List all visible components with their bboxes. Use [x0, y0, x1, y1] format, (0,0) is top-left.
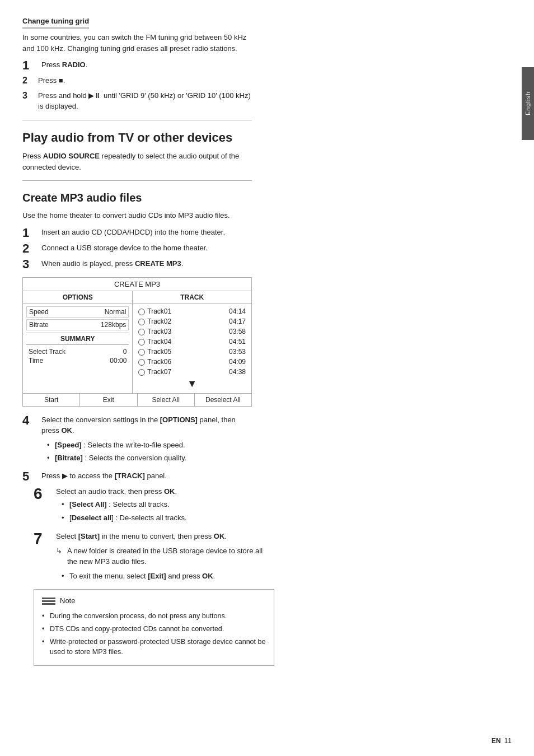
- summary-value: 00:00: [110, 357, 127, 365]
- step-number: 4: [22, 414, 38, 427]
- option-row-speed: Speed Normal: [26, 306, 129, 318]
- summary-label: Time: [29, 357, 43, 365]
- footer-deselect-all[interactable]: Deselect All: [195, 394, 251, 406]
- step-number: 6: [34, 486, 51, 502]
- option-value: 128kbps: [101, 321, 126, 329]
- track-radio-icon: Track05: [138, 348, 171, 356]
- step-number: 5: [22, 470, 38, 483]
- summary-row-time: Time 00:00: [26, 356, 129, 365]
- step-number: 1: [22, 227, 38, 239]
- step6-text: Select an audio track, then press OK. [S…: [56, 486, 274, 526]
- section3-body: Use the home theater to convert audio CD…: [22, 210, 252, 221]
- section2-title: Play audio from TV or other devices: [22, 130, 252, 145]
- track-time: 04:09: [229, 358, 246, 366]
- step-item: 1 Press RADIO.: [22, 59, 252, 72]
- track-time: 04:17: [229, 318, 246, 325]
- step-number: 2: [22, 242, 38, 255]
- divider: [22, 180, 252, 181]
- step-item: 2 Press ■.: [22, 75, 252, 87]
- step-number: 1: [22, 59, 38, 72]
- track-row: Track05 03:53: [136, 347, 248, 357]
- step-item: 3 Press and hold ▶⏸ until 'GRID 9' (50 k…: [22, 90, 252, 112]
- track-header: TRACK: [133, 291, 252, 304]
- step7-text: Select [Start] in the menu to convert, t…: [56, 531, 274, 584]
- section1-steps: 1 Press RADIO. 2 Press ■. 3 Press and ho…: [22, 59, 252, 112]
- bullet-exit: To exit the menu, select [Exit] and pres…: [62, 571, 274, 582]
- track-panel: Track01 04:14 Track02 04:17 Track03 03:5…: [133, 304, 252, 393]
- note-label: Note: [60, 595, 75, 606]
- footer-select-all[interactable]: Select All: [138, 394, 195, 406]
- note-item: Write-protected or password-protected US…: [42, 637, 266, 658]
- track-row: Track06 04:09: [136, 357, 248, 367]
- summary-label: Select Track: [29, 348, 65, 356]
- track-radio-icon: Track01: [138, 307, 171, 315]
- note-icon: [42, 595, 55, 606]
- step7-bullets: To exit the menu, select [Exit] and pres…: [62, 571, 274, 582]
- section3-steps: 1 Insert an audio CD (CDDA/HDCD) into th…: [22, 227, 252, 270]
- svg-rect-2: [42, 603, 55, 605]
- track-radio-icon: Track02: [138, 318, 171, 325]
- step-text: Press RADIO.: [41, 59, 252, 71]
- step-item: 2 Connect a USB storage device to the ho…: [22, 242, 252, 255]
- track-row: Track04 04:51: [136, 337, 248, 347]
- page-number: 11: [504, 737, 512, 745]
- section1-title: Change tuning grid: [22, 17, 89, 29]
- track-radio-icon: Track07: [138, 368, 171, 376]
- section2-body: Press AUDIO SOURCE repeatedly to select …: [22, 151, 252, 172]
- step-text: Connect a USB storage device to the home…: [41, 242, 252, 254]
- step-text: Press ■.: [38, 75, 252, 86]
- step-item: 1 Insert an audio CD (CDDA/HDCD) into th…: [22, 227, 252, 239]
- step5: 5 Press ▶ to access the [TRACK] panel.: [22, 470, 252, 483]
- step7-arrow-bullet: A new folder is created in the USB stora…: [56, 545, 274, 567]
- track-time: 04:14: [229, 307, 246, 315]
- step-text: Insert an audio CD (CDDA/HDCD) into the …: [41, 227, 252, 238]
- option-label: Bitrate: [29, 321, 49, 329]
- bullet-deselect-all: [Deselect all] : De-selects all tracks.: [62, 512, 274, 524]
- step-number: 3: [22, 258, 38, 270]
- step-number: 3: [22, 90, 35, 102]
- note-item: During the conversion process, do not pr…: [42, 611, 266, 622]
- step7: 7 Select [Start] in the menu to convert,…: [34, 531, 274, 584]
- options-header: OPTIONS: [23, 291, 133, 304]
- section1-body: In some countries, you can switch the FM…: [22, 32, 252, 54]
- create-mp3-table: CREATE MP3 OPTIONS TRACK Speed Normal: [22, 277, 252, 407]
- track-row: Track07 04:38: [136, 367, 248, 377]
- divider: [22, 120, 252, 120]
- bullet-select-all: [Select All] : Selects all tracks.: [62, 499, 274, 510]
- track-radio-icon: Track06: [138, 358, 171, 366]
- option-label: Speed: [29, 308, 49, 316]
- svg-rect-0: [42, 598, 55, 599]
- bullet-bitrate: [Bitrate] : Selects the conversion quali…: [47, 452, 252, 464]
- summary-row-select: Select Track 0: [26, 347, 129, 356]
- step4: 4 Select the conversion settings in the …: [22, 414, 252, 466]
- step-item: 3 When audio is played, press CREATE MP3…: [22, 258, 252, 270]
- table-footer: Start Exit Select All Deselect All: [23, 393, 251, 406]
- step4-text: Select the conversion settings in the [O…: [41, 414, 252, 466]
- step6: 6 Select an audio track, then press OK. …: [34, 486, 274, 526]
- option-row-bitrate: Bitrate 128kbps: [26, 319, 129, 330]
- footer: EN 11: [491, 737, 512, 745]
- footer-exit[interactable]: Exit: [80, 394, 137, 406]
- track-row: Track01 04:14: [136, 306, 248, 316]
- bullet-speed: [Speed] : Selects the write-to-file spee…: [47, 440, 252, 451]
- step-text: Press and hold ▶⏸ until 'GRID 9' (50 kHz…: [38, 90, 252, 112]
- track-row: Track03 03:58: [136, 326, 248, 337]
- section3-title: Create MP3 audio files: [22, 191, 252, 204]
- track-row: Track02 04:17: [136, 316, 248, 326]
- option-value: Normal: [105, 308, 127, 316]
- options-panel: Speed Normal Bitrate 128kbps SUMMARY Sel…: [23, 304, 133, 393]
- summary-header: SUMMARY: [26, 333, 129, 345]
- track-radio-icon: Track03: [138, 328, 171, 335]
- table-title: CREATE MP3: [23, 277, 252, 291]
- note-box: Note During the conversion process, do n…: [34, 589, 274, 666]
- footer-start[interactable]: Start: [23, 394, 80, 406]
- step5-text: Press ▶ to access the [TRACK] panel.: [41, 470, 252, 482]
- track-time: 03:53: [229, 348, 246, 356]
- right-column: 6 Select an audio track, then press OK. …: [22, 486, 274, 666]
- track-time: 04:51: [229, 338, 246, 346]
- step6-bullets: [Select All] : Selects all tracks. [Dese…: [62, 499, 274, 523]
- scroll-down-icon: ▼: [136, 377, 248, 391]
- track-time: 04:38: [229, 368, 246, 376]
- step-number: 7: [34, 531, 51, 547]
- summary-value: 0: [123, 348, 127, 356]
